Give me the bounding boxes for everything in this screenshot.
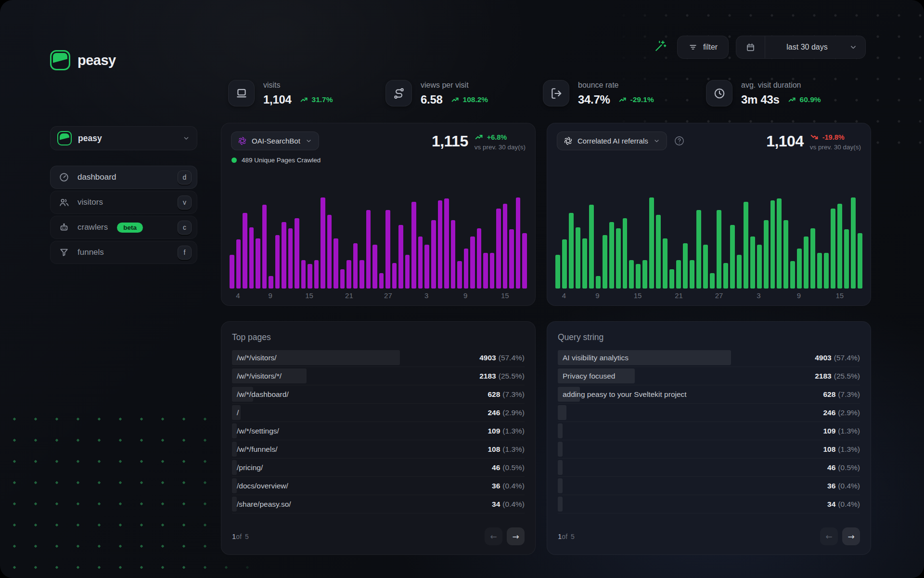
bar[interactable] bbox=[366, 210, 371, 289]
bar[interactable] bbox=[444, 198, 449, 289]
bar[interactable] bbox=[275, 235, 280, 289]
bar[interactable] bbox=[405, 255, 410, 289]
bar[interactable] bbox=[372, 245, 377, 289]
sidebar-item-funnels[interactable]: funnelsf bbox=[50, 241, 197, 264]
sidebar-item-visitors[interactable]: visitorsv bbox=[50, 191, 197, 214]
bar[interactable] bbox=[683, 243, 688, 289]
bar[interactable] bbox=[744, 202, 748, 289]
bar[interactable] bbox=[582, 238, 587, 289]
bar[interactable] bbox=[696, 210, 701, 289]
table-row[interactable]: 109(1.3%) bbox=[558, 422, 860, 440]
table-row[interactable]: /w/*/dashboard/628(7.3%) bbox=[232, 385, 525, 404]
bar[interactable] bbox=[477, 228, 482, 289]
bar[interactable] bbox=[596, 276, 601, 289]
bar[interactable] bbox=[411, 202, 416, 289]
bar[interactable] bbox=[609, 222, 614, 289]
bar[interactable] bbox=[282, 222, 286, 289]
bar[interactable] bbox=[314, 260, 319, 289]
bar[interactable] bbox=[797, 249, 802, 289]
bar[interactable] bbox=[457, 261, 462, 289]
bar[interactable] bbox=[623, 218, 628, 289]
bar[interactable] bbox=[418, 236, 423, 289]
bar[interactable] bbox=[629, 260, 634, 289]
bar[interactable] bbox=[750, 236, 755, 289]
bar[interactable] bbox=[451, 220, 456, 289]
bar[interactable] bbox=[327, 215, 332, 289]
bar[interactable] bbox=[804, 236, 808, 289]
bar[interactable] bbox=[858, 233, 862, 289]
bar[interactable] bbox=[522, 233, 527, 289]
bar[interactable] bbox=[824, 253, 829, 289]
bar[interactable] bbox=[431, 220, 436, 289]
bar[interactable] bbox=[509, 229, 514, 289]
bar[interactable] bbox=[764, 220, 769, 289]
bar[interactable] bbox=[340, 269, 345, 289]
table-row[interactable]: /w/*/visitors/4903(57.4%) bbox=[232, 349, 525, 367]
bar[interactable] bbox=[757, 245, 762, 289]
bar[interactable] bbox=[379, 273, 384, 289]
bar[interactable] bbox=[503, 204, 508, 289]
table-row[interactable]: /246(2.9%) bbox=[232, 404, 525, 422]
bar[interactable] bbox=[424, 245, 429, 289]
filter-button[interactable]: filter bbox=[677, 36, 729, 59]
bar[interactable] bbox=[790, 261, 795, 289]
bar[interactable] bbox=[256, 238, 260, 289]
bar[interactable] bbox=[569, 213, 574, 289]
table-row[interactable]: 108(1.3%) bbox=[558, 440, 860, 459]
bar[interactable] bbox=[676, 260, 681, 289]
bar[interactable] bbox=[603, 235, 607, 289]
bar[interactable] bbox=[321, 197, 325, 289]
bar[interactable] bbox=[737, 255, 742, 289]
bar[interactable] bbox=[649, 197, 654, 289]
help-icon[interactable] bbox=[674, 135, 685, 146]
table-row[interactable]: /docs/overview/36(0.4%) bbox=[232, 477, 525, 495]
bar[interactable] bbox=[844, 229, 849, 289]
bar[interactable] bbox=[269, 276, 273, 289]
bar[interactable] bbox=[669, 269, 674, 289]
bar[interactable] bbox=[470, 236, 475, 289]
bar[interactable] bbox=[703, 245, 708, 289]
bar[interactable] bbox=[288, 228, 293, 289]
bar[interactable] bbox=[334, 238, 338, 289]
bar[interactable] bbox=[359, 260, 364, 289]
table-row[interactable]: /pricing/46(0.5%) bbox=[232, 459, 525, 477]
date-range-picker[interactable]: last 30 days bbox=[736, 36, 866, 59]
bar[interactable] bbox=[230, 255, 234, 289]
bar[interactable] bbox=[642, 260, 647, 289]
table-row[interactable]: 46(0.5%) bbox=[558, 459, 860, 477]
bar[interactable] bbox=[817, 253, 822, 289]
next-page-button[interactable]: → bbox=[842, 527, 860, 545]
table-row[interactable]: AI visibility analytics4903(57.4%) bbox=[558, 349, 860, 367]
bar[interactable] bbox=[851, 197, 856, 289]
magic-wand-icon[interactable] bbox=[654, 39, 667, 52]
bar[interactable] bbox=[777, 198, 782, 289]
table-row[interactable]: 36(0.4%) bbox=[558, 477, 860, 495]
bar[interactable] bbox=[636, 264, 641, 289]
bar[interactable] bbox=[464, 249, 469, 289]
bar[interactable] bbox=[810, 228, 815, 289]
bar[interactable] bbox=[249, 227, 254, 289]
bar[interactable] bbox=[496, 209, 501, 289]
bar[interactable] bbox=[295, 218, 299, 289]
bar[interactable] bbox=[236, 239, 241, 289]
bar[interactable] bbox=[516, 197, 521, 289]
bar[interactable] bbox=[616, 228, 621, 289]
table-row[interactable]: /w/*/visitors/*/2183(25.5%) bbox=[232, 367, 525, 385]
bar[interactable] bbox=[576, 227, 580, 289]
bar[interactable] bbox=[656, 215, 661, 289]
bar[interactable] bbox=[301, 260, 306, 289]
next-page-button[interactable]: → bbox=[507, 527, 525, 545]
bar[interactable] bbox=[483, 253, 488, 289]
bar[interactable] bbox=[831, 209, 835, 289]
bar[interactable] bbox=[392, 263, 397, 289]
bar[interactable] bbox=[723, 263, 728, 289]
bar[interactable] bbox=[690, 260, 694, 289]
bar[interactable] bbox=[438, 200, 443, 289]
referral-select-dropdown[interactable]: Correlated AI referrals bbox=[557, 131, 667, 150]
prev-page-button[interactable]: ← bbox=[820, 527, 838, 545]
bar[interactable] bbox=[562, 239, 567, 289]
bar[interactable] bbox=[555, 255, 560, 289]
workspace-selector[interactable]: peasy bbox=[50, 126, 197, 150]
table-row[interactable]: /w/*/funnels/108(1.3%) bbox=[232, 440, 525, 459]
bar[interactable] bbox=[262, 205, 267, 289]
